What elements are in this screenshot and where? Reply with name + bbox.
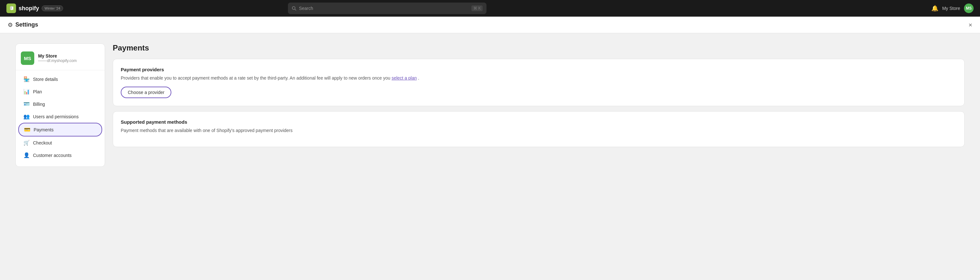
- payments-icon: 💳: [24, 127, 30, 133]
- avatar[interactable]: MS: [964, 3, 974, 13]
- sidebar-item-store-details[interactable]: 🏪 Store details: [18, 73, 102, 85]
- sidebar-item-label: Plan: [33, 89, 42, 94]
- billing-icon: 🪪: [23, 101, 30, 107]
- shopify-logo[interactable]: shopify Winter '24: [6, 3, 63, 13]
- settings-title: Settings: [15, 21, 38, 28]
- supported-methods-card: Supported payment methods Payment method…: [113, 111, 965, 147]
- checkout-icon: 🛒: [23, 140, 30, 146]
- store-name-label: My Store: [942, 6, 960, 11]
- desc-end: .: [418, 76, 419, 81]
- search-bar[interactable]: Search ⌘ K: [288, 3, 487, 14]
- choose-provider-button[interactable]: Choose a provider: [121, 87, 171, 98]
- close-button[interactable]: ×: [969, 22, 972, 28]
- desc-text: Providers that enable you to accept paym…: [121, 76, 390, 81]
- sidebar: MS My Store ——-df.myshopify.com 🏪 Store …: [15, 43, 105, 167]
- store-url: ——-df.myshopify.com: [38, 59, 76, 63]
- search-shortcut: ⌘ K: [471, 5, 483, 11]
- store-details-icon: 🏪: [23, 76, 30, 82]
- svg-point-0: [293, 7, 295, 9]
- customer-accounts-icon: 👤: [23, 152, 30, 158]
- sidebar-item-users-permissions[interactable]: 👥 Users and permissions: [18, 110, 102, 123]
- gear-icon: ⚙: [8, 21, 13, 28]
- store-name: My Store: [38, 54, 76, 59]
- payment-providers-desc: Providers that enable you to accept paym…: [121, 75, 957, 82]
- main-content: MS My Store ——-df.myshopify.com 🏪 Store …: [0, 33, 980, 280]
- payment-providers-card: Payment providers Providers that enable …: [113, 59, 965, 106]
- sidebar-nav: 🏪 Store details 📊 Plan 🪪 Billing 👥 Users…: [16, 73, 105, 161]
- top-navigation: shopify Winter '24 Search ⌘ K 🔔 My Store…: [0, 0, 980, 17]
- payment-providers-title: Payment providers: [121, 67, 957, 72]
- sidebar-item-billing[interactable]: 🪪 Billing: [18, 98, 102, 110]
- sidebar-item-customer-accounts[interactable]: 👤 Customer accounts: [18, 149, 102, 161]
- sidebar-item-label: Billing: [33, 102, 45, 107]
- sidebar-item-label: Store details: [33, 77, 58, 82]
- sidebar-item-label: Checkout: [33, 140, 52, 146]
- shopify-icon: [6, 3, 16, 13]
- shopify-brand: shopify: [19, 5, 39, 12]
- store-avatar: MS: [21, 51, 34, 65]
- plan-icon: 📊: [23, 89, 30, 95]
- sidebar-item-plan[interactable]: 📊 Plan: [18, 85, 102, 98]
- bell-icon[interactable]: 🔔: [931, 5, 939, 12]
- users-icon: 👥: [23, 114, 30, 120]
- sidebar-item-checkout[interactable]: 🛒 Checkout: [18, 136, 102, 149]
- select-plan-link[interactable]: select a plan: [392, 76, 417, 81]
- sidebar-item-label: Users and permissions: [33, 114, 78, 119]
- supported-methods-title: Supported payment methods: [121, 119, 957, 125]
- supported-methods-desc: Payment methods that are available with …: [121, 127, 957, 134]
- store-info: MS My Store ——-df.myshopify.com: [16, 49, 105, 70]
- search-icon: [292, 6, 296, 11]
- season-badge: Winter '24: [41, 5, 63, 11]
- content-area: Payments Payment providers Providers tha…: [113, 43, 965, 270]
- settings-header: ⚙ Settings ×: [0, 17, 980, 33]
- sidebar-item-payments[interactable]: 💳 Payments: [18, 123, 102, 136]
- sidebar-item-label: Payments: [33, 127, 54, 132]
- sidebar-item-label: Customer accounts: [33, 153, 72, 158]
- topnav-right: 🔔 My Store MS: [931, 3, 974, 13]
- search-placeholder: Search: [299, 6, 469, 11]
- page-title: Payments: [113, 43, 965, 52]
